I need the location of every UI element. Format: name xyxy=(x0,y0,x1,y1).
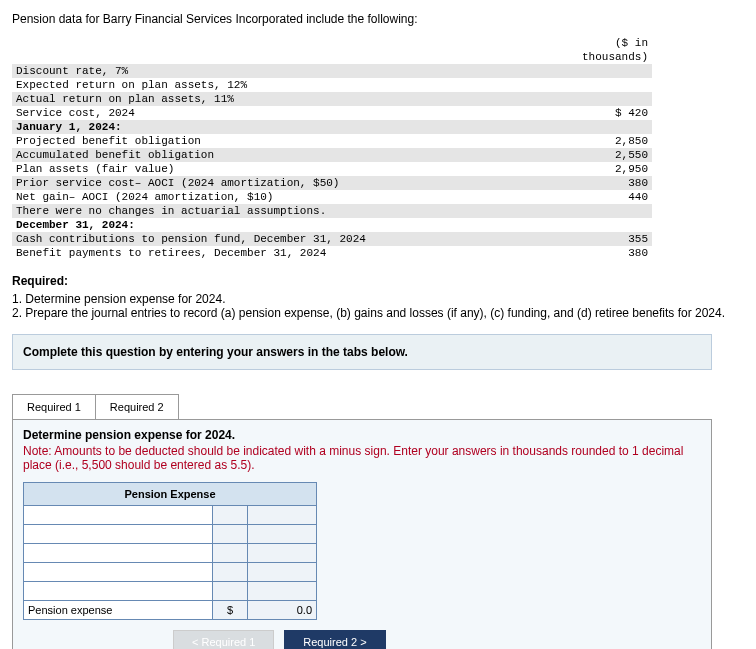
grid-cell[interactable] xyxy=(248,563,317,582)
grid-total-label: Pension expense xyxy=(24,601,213,620)
data-row-value xyxy=(564,78,652,92)
data-row-label: Projected benefit obligation xyxy=(12,134,564,148)
tab-required-1[interactable]: Required 1 xyxy=(12,394,96,419)
data-row-label: December 31, 2024: xyxy=(12,218,564,232)
grid-total-dollar: $ xyxy=(213,601,248,620)
data-row-value: 380 xyxy=(564,246,652,260)
data-row-value xyxy=(564,204,652,218)
next-button[interactable]: Required 2 > xyxy=(284,630,385,649)
pension-expense-grid: Pension Expense Pension expense $ 0.0 xyxy=(23,482,317,620)
data-row-value: 440 xyxy=(564,190,652,204)
units-header: ($ in thousands) xyxy=(564,36,652,64)
required-heading: Required: xyxy=(12,274,744,288)
data-row-value: $ 420 xyxy=(564,106,652,120)
grid-cell[interactable] xyxy=(24,563,213,582)
data-row-label: Net gain– AOCI (2024 amortization, $10) xyxy=(12,190,564,204)
grid-cell[interactable] xyxy=(213,525,248,544)
data-row-value xyxy=(564,120,652,134)
data-row-label: Plan assets (fair value) xyxy=(12,162,564,176)
grid-total-value: 0.0 xyxy=(248,601,317,620)
data-row-value xyxy=(564,64,652,78)
grid-cell[interactable] xyxy=(213,582,248,601)
data-row-label: Expected return on plan assets, 12% xyxy=(12,78,564,92)
data-row-value: 2,550 xyxy=(564,148,652,162)
data-row-label: Actual return on plan assets, 11% xyxy=(12,92,564,106)
grid-cell[interactable] xyxy=(213,506,248,525)
grid-cell[interactable] xyxy=(213,544,248,563)
required-item-2: 2. Prepare the journal entries to record… xyxy=(12,306,744,320)
required-item-1: 1. Determine pension expense for 2024. xyxy=(12,292,744,306)
data-row-value xyxy=(564,92,652,106)
instruction-box: Complete this question by entering your … xyxy=(12,334,712,370)
panel-title: Determine pension expense for 2024. xyxy=(23,428,701,442)
grid-cell[interactable] xyxy=(213,563,248,582)
data-row-value xyxy=(564,218,652,232)
data-row-label: Benefit payments to retirees, December 3… xyxy=(12,246,564,260)
data-row-label: There were no changes in actuarial assum… xyxy=(12,204,564,218)
required-list: 1. Determine pension expense for 2024. 2… xyxy=(12,292,744,320)
grid-cell[interactable] xyxy=(24,506,213,525)
nav-buttons: < Required 1 Required 2 > xyxy=(23,630,701,649)
data-row-value: 380 xyxy=(564,176,652,190)
data-row-label: January 1, 2024: xyxy=(12,120,564,134)
grid-cell[interactable] xyxy=(24,544,213,563)
data-row-label: Discount rate, 7% xyxy=(12,64,564,78)
data-row-value: 2,950 xyxy=(564,162,652,176)
tab-panel-required-1: Determine pension expense for 2024. Note… xyxy=(12,419,712,649)
grid-cell[interactable] xyxy=(24,582,213,601)
grid-header: Pension Expense xyxy=(24,483,317,506)
data-row-label: Cash contributions to pension fund, Dece… xyxy=(12,232,564,246)
grid-cell[interactable] xyxy=(248,544,317,563)
panel-note: Note: Amounts to be deducted should be i… xyxy=(23,444,701,472)
grid-cell[interactable] xyxy=(248,506,317,525)
data-row-label: Prior service cost– AOCI (2024 amortizat… xyxy=(12,176,564,190)
data-row-value: 2,850 xyxy=(564,134,652,148)
grid-cell[interactable] xyxy=(248,582,317,601)
data-table: ($ in thousands) Discount rate, 7%Expect… xyxy=(12,36,652,260)
intro-text: Pension data for Barry Financial Service… xyxy=(12,12,744,26)
tab-required-2[interactable]: Required 2 xyxy=(96,394,179,419)
data-row-label: Service cost, 2024 xyxy=(12,106,564,120)
data-row-label: Accumulated benefit obligation xyxy=(12,148,564,162)
prev-button[interactable]: < Required 1 xyxy=(173,630,274,649)
grid-cell[interactable] xyxy=(24,525,213,544)
grid-cell[interactable] xyxy=(248,525,317,544)
tab-bar: Required 1 Required 2 xyxy=(12,394,744,419)
data-row-value: 355 xyxy=(564,232,652,246)
